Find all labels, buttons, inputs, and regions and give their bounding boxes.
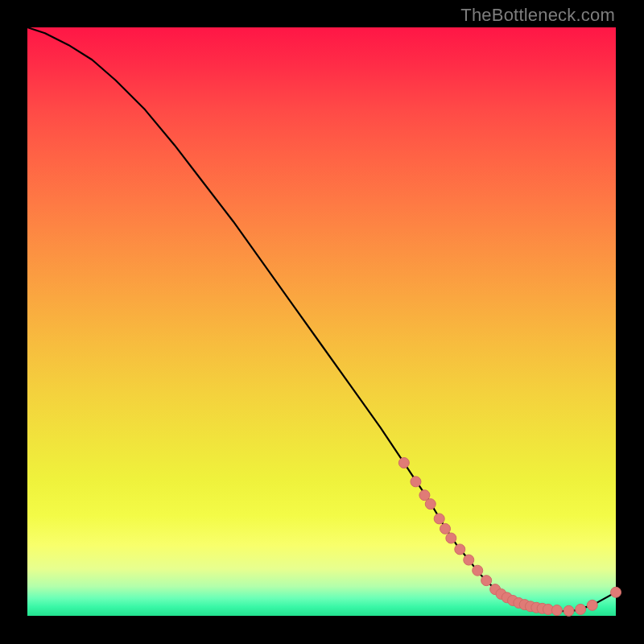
data-point — [611, 587, 621, 597]
data-point — [551, 605, 562, 616]
data-point — [425, 499, 436, 510]
data-point — [440, 523, 451, 534]
data-point — [473, 565, 483, 576]
watermark-text: TheBottleneck.com — [460, 5, 615, 26]
data-points — [398, 457, 621, 616]
data-point — [411, 477, 421, 487]
bottleneck-curve — [27, 27, 616, 611]
data-point — [464, 555, 474, 565]
chart-overlay — [27, 27, 616, 616]
data-point — [446, 533, 456, 543]
data-point — [434, 514, 444, 524]
data-point — [576, 604, 586, 614]
data-point — [481, 576, 492, 586]
data-point — [587, 600, 597, 610]
chart-container: TheBottleneck.com — [0, 0, 644, 644]
data-point — [455, 544, 465, 555]
data-point — [564, 605, 574, 616]
data-point — [398, 457, 409, 468]
